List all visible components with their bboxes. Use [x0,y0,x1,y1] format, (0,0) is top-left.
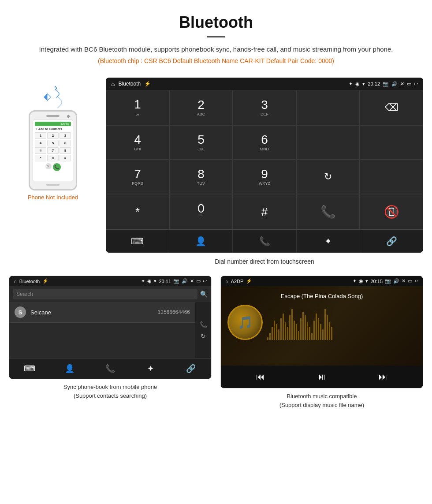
phonebook-item: ⌂ Bluetooth ⚡ ✦ ◉ ▾ 20:11 📷 🔊 ✕ ▭ ↩ [9,276,212,409]
dial-nav-bar: ⌨ 👤 📞 ✦ 🔗 [106,229,423,253]
backspace-key[interactable]: ⌫ [360,90,423,125]
key-1[interactable]: 1 ∞ [106,90,169,125]
pb-nav-phone[interactable]: 📞 [90,358,130,379]
pb-nav-link[interactable]: 🔗 [171,358,211,379]
home-icon[interactable]: ⌂ [111,80,115,87]
refresh-key[interactable]: ↻ [296,160,360,194]
phone-key-2: 2 [47,132,59,139]
vis-bar [324,309,326,340]
status-right: ✦ ◉ ▾ 20:12 📷 🔊 ✕ ▭ ↩ [349,81,418,87]
phone-key-3: 3 [60,132,71,139]
nav-dialpad[interactable]: ⌨ [106,230,169,253]
dial-app-name: Bluetooth [118,81,141,87]
nav-phone[interactable]: 📞 [233,230,296,253]
bluetooth-specs: (Bluetooth chip : CSR BC6 Default Blueto… [18,57,414,64]
key-5[interactable]: 5 JKL [169,125,233,160]
vis-bar [291,309,293,340]
call-green-btn[interactable]: 📞 [296,194,360,229]
music-controls: ⏮ ⏯ ⏭ [221,366,423,388]
key-6[interactable]: 6 MNO [233,125,296,160]
gps-icon: ◉ [355,81,360,87]
nav-link[interactable]: 🔗 [360,230,423,253]
pb-search-box[interactable]: Search [13,289,197,299]
music-play-pause-btn[interactable]: ⏯ [313,370,331,384]
usb-icon: ⚡ [144,81,151,87]
vis-bar [272,327,273,340]
key-9[interactable]: 9 WXYZ [233,160,296,194]
pb-status-bar: ⌂ Bluetooth ⚡ ✦ ◉ ▾ 20:11 📷 🔊 ✕ ▭ ↩ [9,276,211,286]
pb-side-icons: 📞 ↻ [195,302,211,358]
pb-x-icon: ✕ [190,278,194,284]
pb-contact-row[interactable]: S Seicane 13566664466 [9,302,195,323]
phonebook-screen: ⌂ Bluetooth ⚡ ✦ ◉ ▾ 20:11 📷 🔊 ✕ ▭ ↩ [9,276,212,379]
camera-icon: 📷 [383,81,389,87]
pb-back-icon[interactable]: ↩ [203,278,207,284]
title-divider [207,36,225,37]
vis-bar [296,324,297,340]
key-0[interactable]: 0 + [169,194,233,229]
pb-side-call[interactable]: 📞 [200,321,207,328]
music-bt-icon: ✦ [353,278,357,284]
music-cam-icon: 📷 [385,278,391,284]
pb-main: S Seicane 13566664466 [9,302,195,358]
music-next-btn[interactable]: ⏭ [374,370,392,384]
music-back-icon[interactable]: ↩ [414,278,418,284]
pb-contact-name: Seicane [30,309,153,316]
vis-bar [294,321,295,340]
phone-key-0: 0 [47,155,59,161]
pb-search-row: Search 🔍 [9,286,211,302]
music-screen: ⌂ A2DP ⚡ ✦ ◉ ▾ 20:15 📷 🔊 ✕ ▭ ↩ [220,276,423,388]
key-star[interactable]: * [106,194,169,229]
vis-bar [305,315,306,340]
music-caption: Bluetooth music compatible (Support disp… [220,392,423,409]
dial-keypad-grid: 1 ∞ 2 ABC 3 DEF ⌫ 4 GHI [106,90,423,229]
pb-nav-bt[interactable]: ✦ [130,358,171,379]
phone-key-4: 4 [35,140,46,146]
back-icon[interactable]: ↩ [414,81,418,87]
music-vol-icon: 🔊 [393,278,399,284]
phone-key-6: 6 [60,140,71,146]
key-3[interactable]: 3 DEF [233,90,296,125]
music-app-name: A2DP [231,279,244,284]
key-2[interactable]: 2 ABC [169,90,233,125]
music-prev-btn[interactable]: ⏮ [252,370,269,384]
phone-not-included-label: Phone Not Included [28,194,78,201]
music-home-icon[interactable]: ⌂ [225,279,228,284]
key-hash[interactable]: # [233,194,296,229]
call-red-btn[interactable]: 📵 [360,194,423,229]
dial-caption: Dial number direct from touchscreen [106,256,423,267]
nav-contacts[interactable]: 👤 [169,230,233,253]
vis-bar [329,322,330,340]
pb-nav-contacts[interactable]: 👤 [50,358,90,379]
pb-home-icon[interactable]: ⌂ [14,279,17,284]
vis-bar [318,318,319,340]
music-song-title: Escape (The Pina Colada Song) [281,293,363,299]
pb-contact-avatar: S [15,306,26,318]
signal-waves [53,86,62,107]
pb-search-icon[interactable]: 🔍 [200,291,208,298]
music-win-icon: ▭ [408,278,412,284]
pb-content: S Seicane 13566664466 📞 ↻ [9,302,211,358]
page-header: Bluetooth Integrated with BC6 Bluetooth … [0,0,432,78]
key-4[interactable]: 4 GHI [106,125,169,160]
pb-bottom-nav: ⌨ 👤 📞 ✦ 🔗 [9,358,211,379]
status-left: ⌂ Bluetooth ⚡ [111,80,151,87]
phone-key-9: 8 [60,147,71,154]
pb-cam-icon: 📷 [173,278,179,284]
vis-bar [267,337,268,340]
music-visualizer [267,305,416,340]
phone-camera [67,115,70,118]
pb-nav-dialpad[interactable]: ⌨ [9,358,50,379]
phone-call-row: ✕ 📞 [35,163,71,171]
key-7[interactable]: 7 PQRS [106,160,169,194]
volume-icon: 🔊 [391,81,398,87]
pb-side-refresh[interactable]: ↻ [201,332,206,340]
music-item: ⌂ A2DP ⚡ ✦ ◉ ▾ 20:15 📷 🔊 ✕ ▭ ↩ [220,276,423,409]
nav-bluetooth[interactable]: ✦ [297,230,360,253]
key-8[interactable]: 8 TUV [169,160,233,194]
music-body: Escape (The Pina Colada Song) 🎵 [221,286,423,366]
vis-bar [283,314,284,340]
vis-bar [274,321,275,340]
empty-cell-r2c5 [360,125,423,160]
vis-bar [320,324,321,340]
